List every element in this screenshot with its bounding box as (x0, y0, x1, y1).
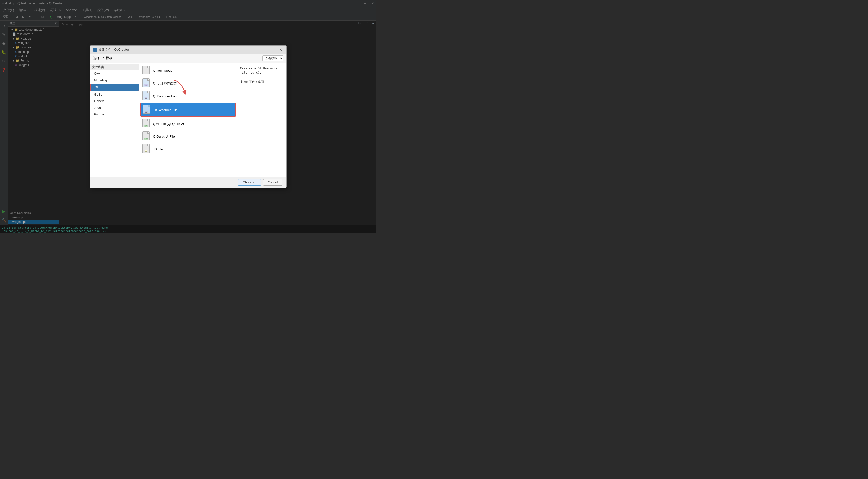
category-glsl[interactable]: GLSL (90, 91, 139, 98)
file-name-qt-designer-class: Qt 设计师界面类 (153, 81, 177, 85)
file-icon-qt-designer-class: ui/h (142, 78, 151, 88)
dialog-title-icon (93, 48, 97, 52)
category-header: 文件和类 (90, 64, 139, 70)
file-icon-fold (148, 66, 150, 68)
file-icon-label-qrc: qrc (145, 111, 148, 113)
file-item-qt-designer-form[interactable]: ui Qt Designer Form (141, 90, 236, 102)
platform-text: 支持的平台：桌面 (240, 79, 283, 84)
dialog-footer: Choose... Cancel (90, 177, 286, 188)
file-icon-qt-resource: qrc (143, 105, 152, 115)
file-icon-fold-6 (148, 132, 150, 134)
file-item-qml[interactable]: qml QML File (Qt Quick 2) (141, 117, 236, 130)
cancel-button[interactable]: Cancel (263, 179, 282, 186)
file-icon-label-uiqml: ui.qml (143, 138, 148, 139)
dialog: 新建文件 - Qt Creator ✕ 选择一个模板： 所有模板 文件和类 C+… (90, 45, 287, 188)
dialog-body: 文件和类 C++ Modeling Qt GLSL General Java P… (90, 63, 286, 177)
category-list: 文件和类 C++ Modeling Qt GLSL General Java P… (90, 63, 140, 177)
file-name-qt-item-model: Qt Item Model (153, 69, 173, 72)
file-icon-fold-5 (148, 119, 150, 121)
file-list: Qt Item Model ui/h Qt 设计师界面类 (140, 63, 237, 177)
file-icon-label-ui: ui (145, 97, 147, 99)
file-icon-fold-2 (148, 79, 150, 80)
file-name-qt-designer-form: Qt Designer Form (153, 94, 179, 98)
file-name-qtquick-ui: QtQuick UI File (153, 135, 175, 138)
file-item-qt-designer-class[interactable]: ui/h Qt 设计师界面类 (141, 77, 236, 90)
choose-button[interactable]: Choose... (238, 179, 261, 186)
file-icon-qt-item-model (142, 66, 151, 75)
file-icon-label-uih: ui/h (144, 84, 148, 87)
file-icon-fold-7 (148, 144, 150, 146)
description-text: Creates a Qt Resource file (.qrc). (240, 66, 283, 75)
category-cpp[interactable]: C++ (90, 70, 139, 77)
file-name-js: JS File (153, 147, 163, 151)
file-item-qt-item-model[interactable]: Qt Item Model (141, 64, 236, 77)
modal-overlay: 新建文件 - Qt Creator ✕ 选择一个模板： 所有模板 文件和类 C+… (0, 0, 376, 233)
dialog-close-button[interactable]: ✕ (279, 47, 283, 52)
file-icon-fold-4 (148, 105, 150, 107)
file-icon-qt-designer-form: ui (142, 91, 151, 101)
category-modeling[interactable]: Modeling (90, 77, 139, 83)
dialog-title-bar: 新建文件 - Qt Creator ✕ (90, 46, 286, 54)
file-name-qt-resource: Qt Resource File (154, 108, 178, 112)
category-general[interactable]: General (90, 98, 139, 104)
file-icon-js: js (142, 144, 151, 154)
file-icon-fold-3 (148, 91, 150, 93)
category-qt[interactable]: Qt (90, 83, 139, 91)
file-icon-label-js: js (145, 150, 147, 152)
dialog-title-text: 新建文件 - Qt Creator (99, 47, 129, 52)
description-panel: Creates a Qt Resource file (.qrc). 支持的平台… (237, 63, 286, 177)
file-icon-qtquick-ui: ui.qml (142, 131, 151, 141)
file-item-qtquick-ui[interactable]: ui.qml QtQuick UI File (141, 130, 236, 143)
dialog-top-bar: 选择一个模板： 所有模板 (90, 54, 286, 63)
file-icon-label-qml: qml (144, 125, 148, 127)
dialog-subtitle: 选择一个模板： (93, 56, 116, 61)
file-item-qt-resource[interactable]: qrc Qt Resource File (141, 103, 236, 117)
file-name-qml: QML File (Qt Quick 2) (153, 122, 184, 126)
category-java[interactable]: Java (90, 104, 139, 111)
template-filter-dropdown[interactable]: 所有模板 (262, 55, 283, 61)
file-icon-qml: qml (142, 118, 151, 129)
category-python[interactable]: Python (90, 111, 139, 118)
file-item-js[interactable]: js JS File (141, 143, 236, 156)
